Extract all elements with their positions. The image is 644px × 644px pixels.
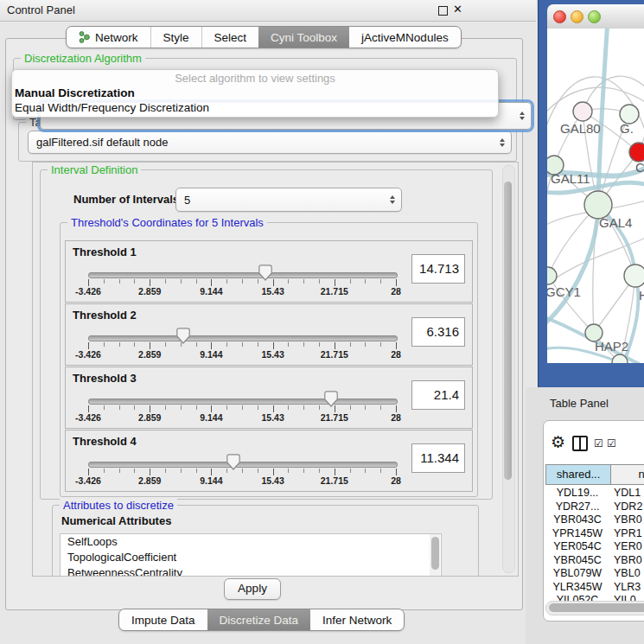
gear-icon[interactable]: ⚙ bbox=[551, 432, 565, 452]
table-data-combobox[interactable]: galFiltered.sif default node bbox=[28, 131, 512, 154]
slider-tick-label: 9.144 bbox=[185, 475, 237, 486]
algorithm-prompt-item[interactable]: Select algorithm to view settings bbox=[12, 72, 498, 86]
number-of-intervals-value: 5 bbox=[184, 194, 190, 207]
algorithm-option-manual-discretization[interactable]: Manual Discretization bbox=[12, 86, 498, 100]
cell-name[interactable]: YLR3 bbox=[614, 581, 644, 593]
slider-thumb[interactable] bbox=[176, 328, 190, 344]
threshold-value-field[interactable]: 6.316 bbox=[411, 317, 465, 347]
control-panel-tab-bar: NetworkStyleSelectCyni ToolboxjActiveMNo… bbox=[66, 26, 462, 48]
list-scrollbar[interactable] bbox=[430, 534, 440, 577]
tab-jactivemnodules[interactable]: jActiveMNodules bbox=[349, 27, 461, 48]
slider-track[interactable] bbox=[88, 335, 398, 341]
table-row[interactable]: YBR043CYBR0 bbox=[544, 513, 644, 527]
network-window-titlebar[interactable] bbox=[547, 4, 644, 29]
cell-name[interactable]: YDR2 bbox=[614, 501, 644, 513]
attribute-item[interactable]: TopologicalCoefficient bbox=[61, 550, 441, 565]
cell-shared-name[interactable]: YPR145W bbox=[545, 527, 609, 539]
threshold-value-field[interactable]: 21.4 bbox=[411, 380, 465, 410]
cell-shared-name[interactable]: YBR045C bbox=[545, 554, 609, 566]
slider-tick-label: 15.43 bbox=[247, 475, 299, 486]
cell-name[interactable]: YER0 bbox=[614, 540, 644, 552]
slider-track[interactable] bbox=[88, 272, 398, 278]
table-row[interactable]: YPR145WYPR1 bbox=[544, 527, 644, 541]
slider-tick-label: 15.43 bbox=[247, 286, 299, 296]
float-window-icon[interactable] bbox=[438, 6, 448, 16]
cell-name[interactable]: YBR0 bbox=[614, 513, 644, 526]
numerical-attributes-list[interactable]: SelfLoopsTopologicalCoefficientBetweenne… bbox=[60, 533, 442, 577]
tab-infer-network[interactable]: Infer Network bbox=[310, 609, 404, 630]
column-header-name[interactable]: n bbox=[610, 464, 644, 485]
table-row[interactable]: YER054CYER0 bbox=[544, 540, 644, 554]
slider-thumb[interactable] bbox=[226, 454, 240, 470]
table-row[interactable]: YLR345WYLR3 bbox=[544, 581, 644, 595]
minimize-traffic-light-icon[interactable] bbox=[571, 10, 583, 23]
slider-tick-label: 2.859 bbox=[124, 475, 175, 486]
algorithm-option-equal-width-frequency-discretization[interactable]: Equal Width/Frequency Discretization bbox=[12, 100, 498, 115]
cell-shared-name[interactable]: YLR345W bbox=[545, 581, 609, 593]
cell-shared-name[interactable]: YBR043C bbox=[545, 513, 609, 526]
slider-tick-label: 9.144 bbox=[185, 349, 237, 360]
cell-name[interactable]: YBL0 bbox=[614, 567, 644, 579]
cyni-toolbox-panel: Discretization Algorithm Table Data galF… bbox=[5, 38, 523, 610]
select-all-icon[interactable]: ☑ bbox=[607, 437, 616, 450]
settings-scrollbar[interactable] bbox=[502, 165, 515, 573]
tab-cyni-toolbox[interactable]: Cyni Toolbox bbox=[258, 27, 349, 48]
slider-track[interactable] bbox=[88, 462, 398, 468]
zoom-traffic-light-icon[interactable] bbox=[588, 10, 601, 23]
tab-label: Cyni Toolbox bbox=[271, 31, 337, 44]
threshold-value-field[interactable]: 14.713 bbox=[411, 254, 465, 284]
tab-impute-data[interactable]: Impute Data bbox=[119, 609, 207, 630]
tab-style[interactable]: Style bbox=[150, 27, 201, 48]
threshold-value-field[interactable]: 11.344 bbox=[411, 443, 465, 473]
threshold-1-box: Threshold 1-3.4262.8599.14415.4321.71528… bbox=[65, 240, 473, 303]
network-node-c[interactable] bbox=[629, 143, 644, 162]
table-row[interactable]: YBR045CYBR0 bbox=[544, 554, 644, 568]
network-node-gal80[interactable] bbox=[573, 102, 592, 121]
slider-thumb[interactable] bbox=[324, 391, 338, 407]
cell-shared-name[interactable]: YBL079W bbox=[545, 567, 609, 579]
attribute-item[interactable]: SelfLoops bbox=[61, 534, 441, 550]
table-row[interactable]: YDR27...YDR2 bbox=[544, 501, 644, 514]
cell-name[interactable]: YBR0 bbox=[614, 554, 644, 566]
slider-tick-label: 28 bbox=[370, 412, 422, 423]
table-panel-title: Table Panel bbox=[550, 397, 609, 410]
close-icon[interactable]: ✕ bbox=[453, 3, 462, 16]
apply-button[interactable]: Apply bbox=[224, 578, 281, 600]
threshold-label: Threshold 4 bbox=[73, 435, 137, 448]
tab-select[interactable]: Select bbox=[201, 27, 259, 48]
tab-discretize-data[interactable]: Discretize Data bbox=[207, 609, 311, 630]
network-canvas[interactable]: GAL80G.CGAL11GAL4GCY1HHAP2 bbox=[547, 29, 644, 363]
threshold-2-box: Threshold 2-3.4262.8599.14415.4321.71528… bbox=[65, 303, 473, 366]
select-columns-icon[interactable]: ☑ bbox=[594, 437, 603, 450]
slider-track[interactable] bbox=[88, 399, 398, 405]
column-layout-icon[interactable] bbox=[572, 436, 588, 451]
horizontal-scrollbar[interactable] bbox=[545, 601, 644, 615]
slider-thumb[interactable] bbox=[258, 265, 272, 281]
cell-shared-name[interactable]: YER054C bbox=[545, 540, 609, 552]
tab-label: Select bbox=[214, 31, 247, 44]
close-traffic-light-icon[interactable] bbox=[553, 10, 566, 23]
slider-tick-label: 21.715 bbox=[309, 349, 360, 360]
cyni-mode-tab-bar: Impute DataDiscretize DataInfer Network bbox=[118, 609, 405, 631]
table-row[interactable]: YBL079WYBL0 bbox=[544, 567, 644, 581]
thresholds-group: Threshold's Coordinates for 5 Intervals … bbox=[60, 222, 478, 497]
control-panel-titlebar: Control Panel ✕ bbox=[0, 0, 536, 22]
cell-shared-name[interactable]: YDL19... bbox=[545, 487, 609, 499]
table-row[interactable]: YDL19...YDL1 bbox=[544, 487, 644, 501]
discretization-algorithm-title: Discretization Algorithm bbox=[21, 52, 145, 65]
attribute-item[interactable]: BetweennessCentrality bbox=[61, 565, 441, 577]
tab-network[interactable]: Network bbox=[67, 27, 150, 48]
column-header-shared-name[interactable]: shared... bbox=[545, 464, 611, 485]
network-node-h[interactable] bbox=[624, 265, 644, 287]
control-panel-title: Control Panel bbox=[7, 3, 75, 16]
slider-tick-label: 21.715 bbox=[309, 475, 360, 486]
settings-scroll-area: Interval Definition Number of Intervals … bbox=[32, 162, 519, 577]
slider-tick-label: -3.426 bbox=[62, 475, 114, 486]
cell-name[interactable]: YPR1 bbox=[614, 527, 644, 539]
slider-tick-label: 21.715 bbox=[309, 286, 360, 296]
number-of-intervals-combobox[interactable]: 5 bbox=[175, 188, 402, 212]
network-node-gcy1[interactable] bbox=[547, 267, 557, 284]
network-view-window: GAL80G.CGAL11GAL4GCY1HHAP2 bbox=[538, 0, 644, 387]
cell-shared-name[interactable]: YDR27... bbox=[545, 501, 609, 513]
cell-name[interactable]: YDL1 bbox=[614, 487, 644, 499]
